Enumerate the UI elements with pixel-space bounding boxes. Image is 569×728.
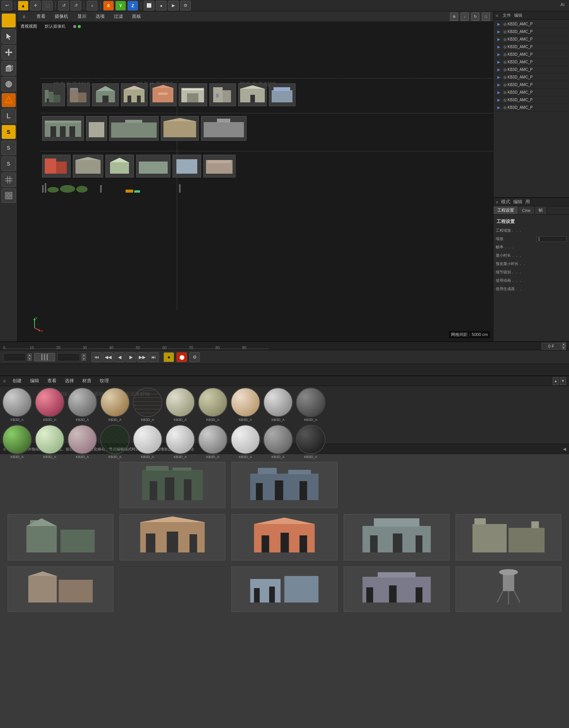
texture-button[interactable]: S (2, 141, 16, 155)
tab-cine[interactable]: Cine (518, 206, 535, 214)
right-menu-file[interactable]: 文件 (503, 13, 511, 18)
material-item-r2-3[interactable]: KB3D_A (67, 425, 98, 459)
viewport-move-button[interactable]: ⊕ (450, 13, 458, 21)
cube-object-button[interactable] (2, 61, 16, 75)
menu-panel[interactable]: 面板 (130, 13, 143, 20)
selection-tool-button[interactable] (2, 29, 16, 44)
material-item-r2-8[interactable]: KB3D_A (230, 425, 261, 459)
gallery-item-4[interactable] (119, 514, 225, 560)
render-settings-button[interactable]: S (2, 157, 16, 171)
gallery-item-6[interactable] (344, 514, 450, 560)
material-item-10[interactable]: KB3D_A (295, 388, 326, 422)
prop-scale-input[interactable] (536, 236, 567, 242)
move-tool-button[interactable]: ▲ (18, 1, 28, 11)
right-menu-edit[interactable]: 编辑 (514, 13, 522, 18)
material-item-6[interactable]: KB3D_A (165, 388, 196, 422)
settings-button[interactable]: ⚙ (180, 1, 191, 11)
gallery-item-2[interactable] (231, 462, 337, 508)
object-item-9[interactable]: ▶ ◎ KB3D_AMC_P (494, 81, 568, 89)
gallery-item-3[interactable] (8, 514, 113, 560)
move-tool-sidebar-button[interactable] (2, 45, 16, 60)
next-frame-button[interactable]: ▶▶ (137, 352, 148, 362)
gallery-item-5[interactable] (231, 514, 337, 560)
material-item-r2-10[interactable]: KB3D_A (295, 425, 326, 459)
material-item-r2-9[interactable]: KB3D_A (262, 425, 294, 459)
menu-view[interactable]: 查看 (35, 13, 47, 20)
frame-input[interactable] (542, 343, 561, 350)
spline-tool-button[interactable]: L (2, 109, 16, 123)
prev-frame-button[interactable]: ◀◀ (103, 352, 113, 362)
start-spin-up[interactable]: ▲ (27, 353, 32, 357)
end-frame-input[interactable]: 90 F (57, 353, 80, 361)
material-item-r2-2[interactable]: KB3D_A (34, 425, 65, 459)
material-item-1[interactable]: KB3D_A (2, 388, 33, 422)
rp-menu-mode[interactable]: 模式 (501, 199, 510, 205)
object-item-11[interactable]: ▶ ◎ KB3D_AMC_P (494, 96, 568, 104)
grid-button-2[interactable] (2, 188, 16, 203)
menu-options[interactable]: 选项 (94, 13, 106, 20)
rp-menu-edit[interactable]: 编辑 (513, 199, 522, 205)
goto-end-button[interactable]: ⏭ (148, 352, 159, 362)
polygon-object-button[interactable] (2, 93, 16, 107)
mat-menu-material[interactable]: 材质 (81, 377, 93, 385)
select-tool-button[interactable]: ↺ (71, 1, 81, 11)
material-item-r2-5[interactable]: KB3D_A (132, 425, 163, 459)
rp-menu-use[interactable]: 用 (525, 199, 530, 205)
playback-settings-button[interactable]: ⚙ (189, 352, 200, 362)
viewport-reset-button[interactable]: □ (482, 13, 490, 21)
mat-menu-select[interactable]: 选择 (63, 377, 75, 385)
viewport-zoom-button[interactable]: ↓ (461, 13, 469, 21)
gallery-item-8[interactable] (8, 566, 113, 612)
frame-spin-down[interactable]: ▼ (561, 346, 566, 350)
grid-button[interactable] (2, 173, 16, 187)
y-axis-button[interactable]: Y (115, 1, 126, 11)
goto-start-button[interactable]: ⏮ (91, 352, 102, 362)
rotate-tool-button[interactable]: ⬛ (42, 1, 53, 11)
object-item-10[interactable]: ▶ ◎ KB3D_AMC_P (494, 89, 568, 96)
gallery-item-1[interactable] (119, 462, 225, 508)
gallery-item-11[interactable] (456, 566, 561, 612)
render-button[interactable]: ⬜ (144, 1, 154, 11)
gallery-item-10[interactable] (344, 566, 450, 612)
object-tool-button[interactable]: ↺ (58, 1, 69, 11)
start-frame-input[interactable]: 0 F (3, 353, 26, 361)
back-button[interactable]: ◀ (114, 352, 125, 362)
gallery-item-9[interactable] (231, 566, 337, 612)
material-item-r2-6[interactable]: KB3D_A (165, 425, 196, 459)
add-button[interactable]: + (87, 1, 97, 11)
material-item-r2-1[interactable]: KB3D_A (2, 425, 33, 459)
mat-scroll-down[interactable]: ▼ (560, 377, 566, 385)
undo-button[interactable]: ↩ (2, 1, 12, 11)
position-slider[interactable] (34, 353, 55, 361)
material-item-4[interactable]: KB3D_A (99, 388, 130, 422)
object-item-7[interactable]: ▶ ◎ KB3D_AMC_P (494, 66, 568, 74)
object-item-8[interactable]: ▶ ◎ KB3D_AMC_P (494, 74, 568, 81)
menu-display[interactable]: 显示 (76, 13, 88, 20)
object-item-5[interactable]: ▶ ◎ KB3D_AMC_P (494, 51, 568, 58)
play-pause-button[interactable]: ▶ (126, 352, 136, 362)
z-axis-button[interactable]: Z (127, 1, 138, 11)
material-item-5[interactable]: KB3D_A (132, 388, 163, 422)
materials-button[interactable]: S (2, 125, 16, 139)
end-spin-up[interactable]: ▲ (82, 353, 86, 357)
material-item-r2-7[interactable]: KB3D_A (197, 425, 228, 459)
material-item-7[interactable]: KB3D_A (197, 388, 228, 422)
scale-tool-button[interactable]: ✛ (30, 1, 41, 11)
mat-scroll-up[interactable]: ▲ (553, 377, 559, 385)
gallery-item-7[interactable] (456, 514, 561, 560)
material-item-8[interactable]: KB3D_A (230, 388, 261, 422)
start-spin-down[interactable]: ▼ (27, 357, 32, 361)
render-active-button[interactable]: ● (156, 1, 167, 11)
record-button[interactable]: ● (163, 352, 174, 362)
object-item-2[interactable]: ▶ ◎ KB3D_AMC_P (494, 28, 568, 36)
menu-camera[interactable]: 摄像机 (53, 13, 70, 20)
menu-filter[interactable]: 过滤 (112, 13, 124, 20)
viewport-rotate-button[interactable]: ↻ (471, 13, 479, 21)
mat-menu-create[interactable]: 创建 (11, 377, 23, 385)
tab-project-settings[interactable]: 工程设置 (494, 206, 518, 214)
auto-keyframe-button[interactable]: ⬤ (176, 352, 187, 362)
mat-menu-view[interactable]: 查看 (46, 377, 58, 385)
viewport-canvas[interactable]: 透视视图 默认摄像机 -猫先生素材铺- -猫先生素材铺- -猫先生素材铺- (17, 22, 493, 341)
material-item-2[interactable]: KB3D_A (34, 388, 65, 422)
material-item-9[interactable]: KB3D_A (262, 388, 294, 422)
